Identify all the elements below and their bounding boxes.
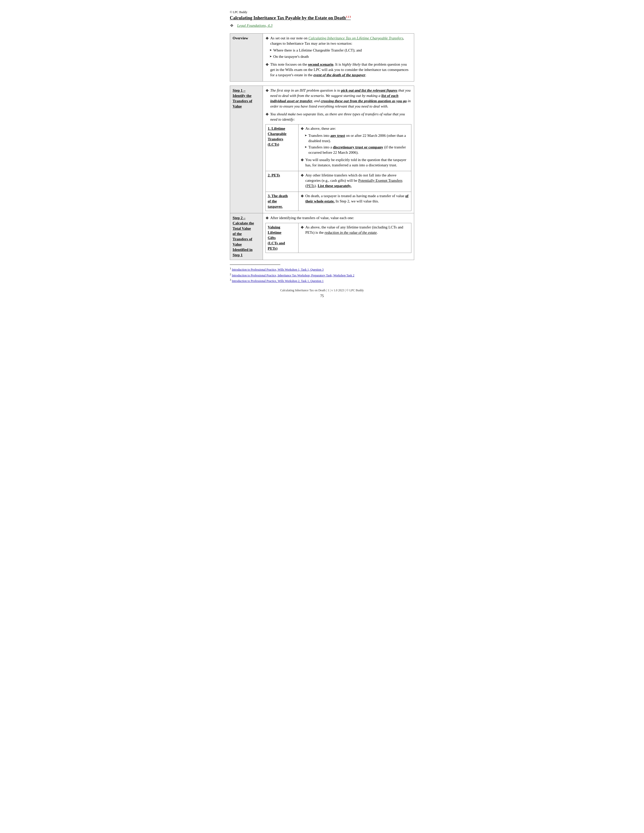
step2-l1: Step 2 – [233,216,245,220]
step1-label-cell: Step 1 – Identify the Transfers of Value [230,85,263,213]
step2-l6: Value [233,242,242,246]
lct-label: 1. LifetimeChargeableTransfers(LCTs) [266,124,298,171]
step1-diamond-2: ❖ [266,112,269,117]
step1-para2: ❖ You should make two separate lists, as… [266,112,411,122]
valuing-content: ❖ As above, the value of any lifetime tr… [298,223,411,252]
step1-diamond-1: ❖ [266,88,269,93]
valuing-label: ValuingLifetimeGifts(LCTs andPETs) [266,223,298,252]
step2-row: Step 2 – Calculate the Total Value of th… [230,213,414,260]
overview-lct-link[interactable]: Calculating Inheritance Tax on Lifetime … [308,36,403,40]
overview-arrow-1: Where there is a Lifetime Chargeable Tra… [269,48,411,53]
footnote-2: 2 Introduction to Professional Practice,… [230,273,414,278]
ov-arrow-1-text: Where there is a Lifetime Chargeable Tra… [273,48,362,53]
lct-arrow-2: Transfers into a discretionary trust or … [304,145,409,155]
step1-inner-table: 1. LifetimeChargeableTransfers(LCTs) ❖ A… [266,124,411,211]
overview-bullet-2: ❖ This note focuses on the second scenar… [266,62,411,78]
lct-arrow-1: Transfers into any trust on or after 22 … [304,133,409,144]
ov-b2-bold: second scenario [308,62,333,66]
death-post: In Step 2, we will value this. [335,199,379,203]
fn2-link[interactable]: Introduction to Professional Practice, I… [232,273,354,277]
lct-explicitly-text: You will usually be explicitly told in t… [305,157,409,168]
inner-row-death: 3. The deathof thetaxpayer. ❖ On death, … [266,191,411,211]
step2-diam: ❖ [266,215,269,221]
overview-arrow-2: On the taxpayer's death [269,54,411,60]
footer-page: 75 [230,294,414,299]
lct-arrow-list: Transfers into any trust on or after 22 … [301,133,409,155]
lct-diam2: ❖ [301,158,304,163]
valuing-label-text: ValuingLifetimeGifts(LCTs andPETs) [268,225,285,251]
step2-l5: Transfers of [233,237,252,241]
lct-content: ❖ As above, these are: Transfers into an… [298,124,411,171]
step1-para1-text: The first step in an IHT problem questio… [270,88,411,109]
step1-label-line3: Transfers of [233,99,252,103]
fn1-link[interactable]: Introduction to Professional Practice, W… [232,268,324,271]
step2-l8: Step 1 [233,253,243,257]
lct-a2-text: Transfers into a discretionary trust or … [308,145,409,155]
step2-main-text: After identifying the transfers of value… [270,215,354,220]
overview-arrow-list: Where there is a Lifetime Chargeable Tra… [266,48,411,60]
lct-a1-text: Transfers into any trust on or after 22 … [308,133,409,144]
step2-l4: of the [233,232,242,236]
overview-bullet-1: ❖ As set out in our note on Calculating … [266,35,411,46]
step2-l3: Total Value [233,227,251,230]
pets-label: 2. PETs [266,171,298,191]
footnote-1: 1 Introduction to Professional Practice,… [230,267,414,272]
s1p1-mid2: , and [312,99,321,103]
subtitle-row: ❖ Legal Foundations, 4.3 [230,23,414,29]
overview-label: Overview [230,33,263,81]
lct-bullet2: ❖ You will usually be explicitly told in… [301,157,409,168]
step1-label-line4: Value [233,104,242,108]
lct-as-above: As above, these are: [305,126,336,131]
copyright-text: © LPC Buddy [230,10,414,14]
step2-inner-row-valuing: ValuingLifetimeGifts(LCTs andPETs) ❖ As … [266,223,411,252]
title-superscript-1: 1 [346,15,348,18]
step2-inner-table: ValuingLifetimeGifts(LCTs andPETs) ❖ As … [266,223,411,253]
death-diam: ❖ [301,194,304,199]
ov-b2-mid: . It is [333,62,342,66]
val-italic: reduction in the value of the estate [325,230,377,235]
valuing-diam: ❖ [301,225,304,230]
pets-bullet: ❖ Any other lifetime transfers which do … [301,173,409,188]
step2-label: Step 2 – Calculate the Total Value of th… [233,215,260,258]
fn2-sup: 2 [230,273,231,276]
ov-b1-pre: As set out in our note on [270,36,308,40]
val-post: . [377,230,378,235]
overview-label-text: Overview [233,36,248,40]
lct-diam1: ❖ [301,126,304,132]
s1p1-bold1: pick out and list the relevant figures [341,88,398,92]
ov-b2-end: . [365,73,367,77]
title-superscript-3: 3 [349,15,351,18]
lct-label-text: 1. LifetimeChargeableTransfers(LCTs) [268,127,287,146]
fn3-link[interactable]: Introduction to Professional Practice, W… [232,279,324,283]
step2-content: ❖ After identifying the transfers of val… [263,213,414,260]
death-text: On death, a taxpayer is treated as havin… [305,193,409,204]
step1-para1: ❖ The first step in an IHT problem quest… [266,88,411,109]
valuing-bullet: ❖ As above, the value of any lifetime tr… [301,225,409,235]
step1-label-line1: Step 1 – [233,88,245,92]
diamond-icon: ❖ [230,23,233,29]
overview-bullet-1-text: As set out in our note on Calculating In… [270,35,411,46]
footnote-3: 3 Introduction to Professional Practice,… [230,278,414,283]
death-bullet: ❖ On death, a taxpayer is treated as hav… [301,193,409,204]
step2-label-cell: Step 2 – Calculate the Total Value of th… [230,213,263,260]
ov-b2-bold-italic: event of the death of the taxpayer [313,73,365,77]
death-label-text: 3. The deathof thetaxpayer. [268,194,288,209]
pets-text: Any other lifetime transfers which do no… [305,173,409,188]
pets-label-text: 2. PETs [268,173,280,177]
lct-bullet1: ❖ As above, these are: [301,126,409,132]
ov-arrow-2-text: On the taxpayer's death [273,54,309,60]
title-superscript-2: 2 [348,15,350,18]
s1p1-pre: The first step in an IHT problem questio… [270,88,341,92]
ov-b2-pre: This note focuses on the [270,62,308,66]
bullet-diamond-1: ❖ [266,36,269,41]
death-label: 3. The deathof thetaxpayer. [266,191,298,211]
step2-l2: Calculate the [233,221,254,225]
step1-content: ❖ The first step in an IHT problem quest… [263,85,414,213]
overview-content: ❖ As set out in our note on Calculating … [263,33,414,81]
death-pre: On death, a taxpayer is treated as havin… [305,194,405,198]
step1-table: Step 1 – Identify the Transfers of Value… [230,85,414,260]
subtitle-link[interactable]: Legal Foundations, 4.3 [237,23,272,28]
step2-main-bullet: ❖ After identifying the transfers of val… [266,215,411,221]
s1p1-bold3: crossing these out from the problem ques… [321,99,407,103]
valuing-text: As above, the value of any lifetime tran… [305,225,409,235]
